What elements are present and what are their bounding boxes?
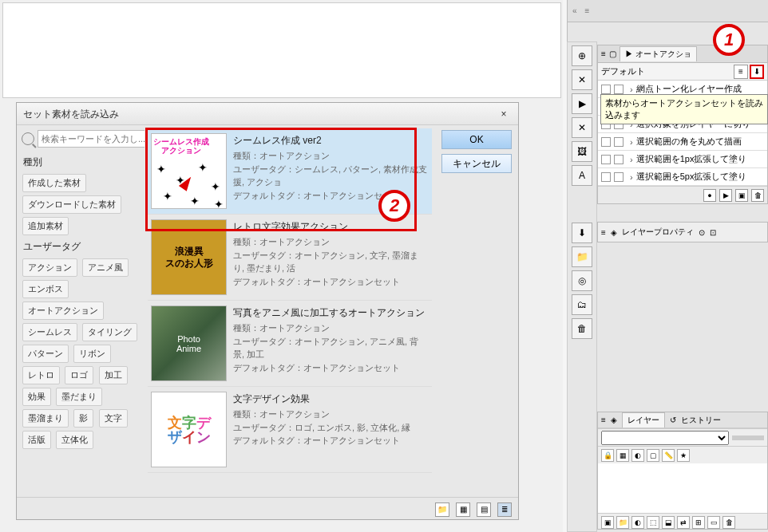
ref-icon[interactable]: ★ [677, 449, 690, 462]
tag-item[interactable]: タイリング [82, 323, 137, 341]
flatten-icon[interactable]: ▭ [707, 516, 720, 529]
play-icon[interactable]: ▶ [572, 93, 592, 114]
chevron-right-icon[interactable]: › [630, 85, 633, 94]
folder-icon[interactable]: 📁 [572, 246, 592, 267]
preset-icon[interactable]: ✕ [572, 117, 592, 138]
search-input[interactable] [38, 130, 144, 148]
tag-item[interactable]: レトロ [22, 366, 60, 384]
mask-icon[interactable]: ▢ [647, 449, 659, 462]
view-grid-large-icon[interactable]: ▦ [456, 502, 470, 517]
font-icon[interactable]: A [572, 165, 592, 186]
dock-handle-icon[interactable]: ≡ [585, 6, 590, 15]
merge-icon[interactable]: ⬓ [662, 516, 675, 529]
cat-downloaded[interactable]: ダウンロードした素材 [22, 195, 121, 214]
tab-history[interactable]: ヒストリー [681, 415, 721, 426]
lock-alpha-icon[interactable]: ◐ [631, 449, 644, 462]
material-item[interactable]: Photo Anime 写真をアニメ風に加工するオートアクション 種類：オートア… [148, 301, 432, 387]
view-grid-small-icon[interactable]: ▤ [477, 502, 491, 517]
tag-item[interactable]: オートアクション [22, 301, 104, 320]
tag-item[interactable]: シームレス [22, 323, 77, 341]
layer-list[interactable] [598, 463, 767, 513]
panel-menu-icon[interactable]: ≡ [601, 416, 606, 424]
ok-button[interactable]: OK [441, 130, 512, 149]
tag-item[interactable]: 文字 [99, 409, 128, 428]
mask-new-icon[interactable]: ◐ [631, 516, 644, 529]
import-set-button[interactable]: ⬇ [750, 65, 764, 79]
canvas-area [2, 2, 561, 98]
material-item[interactable]: 浪漫異 スのお人形 レトロ文字効果アクション 種類：オートアクション ユーザータ… [148, 215, 432, 301]
combine-icon[interactable]: ⊞ [692, 516, 705, 529]
opacity-slider[interactable] [732, 435, 764, 440]
checkbox[interactable] [614, 85, 624, 94]
load-set-dialog: セット素材を読み込み × 種別 作成した素材 ダウンロードした素材 追加素材 ユ… [16, 102, 519, 520]
view-list-icon[interactable]: ≣ [497, 502, 512, 517]
checkbox[interactable] [614, 172, 624, 182]
lock-icon[interactable]: 🔒 [601, 449, 614, 462]
prop-sub-icon[interactable]: ⊙ [699, 228, 705, 237]
prop-sub-icon[interactable]: ⊡ [710, 228, 716, 237]
annotation-badge-2: 2 [378, 190, 410, 222]
tab-layer[interactable]: レイヤー [622, 412, 665, 428]
dock-collapse-icon[interactable]: « [572, 6, 577, 15]
tag-item[interactable]: 墨溜まり [22, 409, 69, 428]
material-thumbnail: 文字デザイン [151, 392, 227, 467]
tag-item[interactable]: ロゴ [65, 366, 93, 384]
action-row[interactable]: ›選択範囲の角を丸めて描画 [598, 133, 767, 151]
tag-item[interactable]: 影 [73, 409, 93, 428]
tag-item[interactable]: エンボス [22, 280, 69, 298]
checkbox[interactable] [601, 155, 611, 164]
tag-item[interactable]: 加工 [99, 366, 128, 384]
folder2-icon[interactable]: 🗂 [572, 294, 592, 315]
delete-icon[interactable]: ✕ [572, 69, 592, 90]
checkbox[interactable] [601, 137, 611, 147]
lock-pixel-icon[interactable]: ▦ [616, 449, 629, 462]
tag-item[interactable]: アクション [22, 258, 77, 277]
cat-addon[interactable]: 追加素材 [22, 217, 69, 235]
panel-window-icon[interactable]: ▢ [609, 49, 616, 58]
new-layer-icon[interactable]: ▣ [601, 516, 614, 529]
new-folder-icon[interactable]: 📁 [616, 516, 629, 529]
tag-item[interactable]: 墨だまり [56, 388, 102, 406]
panel-menu-icon[interactable]: ≡ [601, 49, 606, 58]
tab-autoaction[interactable]: ▶ オートアクショ [620, 46, 697, 61]
tag-item[interactable]: リボン [73, 345, 111, 363]
chevron-right-icon[interactable]: › [630, 155, 633, 164]
material-list[interactable]: シームレス作成 アクション ✦ ✦ ✦ ✦ ✦ ✦ ✦ シームレス作成 ver2… [144, 125, 435, 497]
tag-item[interactable]: 効果 [22, 388, 51, 406]
transfer-icon[interactable]: ⇄ [677, 516, 690, 529]
blend-mode-select[interactable] [601, 431, 729, 445]
checkbox[interactable] [614, 155, 624, 164]
tag-item[interactable]: 立体化 [56, 431, 93, 449]
action-row[interactable]: ›選択範囲を5px拡張して塗り [598, 168, 767, 186]
new-action-icon[interactable]: ▣ [735, 189, 748, 202]
tag-item[interactable]: 活版 [22, 431, 51, 449]
record-icon[interactable]: ● [703, 189, 716, 202]
cancel-button[interactable]: キャンセル [441, 154, 512, 173]
cat-created[interactable]: 作成した素材 [22, 174, 86, 192]
dialog-close-button[interactable]: × [496, 103, 512, 125]
quickaccess-icon[interactable]: ⊕ [572, 45, 592, 66]
delete-action-icon[interactable]: 🗑 [751, 189, 764, 202]
image-icon[interactable]: 🖼 [572, 141, 592, 162]
play-action-icon[interactable]: ▶ [719, 189, 732, 202]
trash-icon[interactable]: 🗑 [572, 318, 592, 339]
checkbox[interactable] [601, 172, 611, 182]
view-folder-icon[interactable]: 📁 [435, 502, 449, 517]
ruler-icon[interactable]: 📏 [662, 449, 675, 462]
autoaction-set-name[interactable]: デフォルト [601, 65, 732, 77]
material-item[interactable]: 文字デザイン 文字デザイン効果 種類：オートアクション ユーザータグ：ロゴ, エ… [148, 387, 432, 473]
chevron-right-icon[interactable]: › [630, 172, 633, 182]
checkbox[interactable] [601, 85, 611, 94]
action-row[interactable]: ›選択範囲を1px拡張して塗り [598, 151, 767, 168]
set-list-icon[interactable]: ≡ [734, 65, 748, 79]
clip-icon[interactable]: ⬚ [647, 516, 659, 529]
chevron-right-icon[interactable]: › [630, 137, 633, 147]
camera-icon[interactable]: ◎ [572, 270, 592, 291]
checkbox[interactable] [614, 137, 624, 147]
download-icon[interactable]: ⬇ [572, 223, 592, 243]
layers-icon: ◈ [611, 416, 617, 424]
tag-item[interactable]: アニメ風 [82, 258, 129, 277]
tag-item[interactable]: パターン [22, 345, 69, 363]
panel-menu-icon[interactable]: ≡ [601, 228, 606, 237]
delete-layer-icon[interactable]: 🗑 [722, 516, 735, 529]
